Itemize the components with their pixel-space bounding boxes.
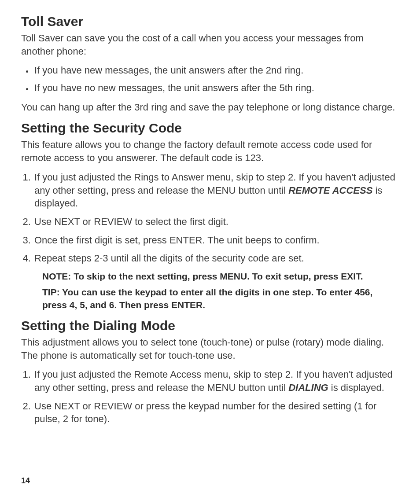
toll-saver-bullets: If you have new messages, the unit answe… bbox=[21, 64, 399, 94]
toll-saver-closing: You can hang up after the 3rd ring and s… bbox=[21, 101, 399, 114]
toll-saver-bullet-1: If you have new messages, the unit answe… bbox=[33, 64, 399, 77]
section-security-code: Setting the Security Code This feature a… bbox=[21, 121, 399, 311]
dialing-step1-post: is displayed. bbox=[328, 382, 384, 393]
dialing-mode-steps: If you just adjusted the Remote Access m… bbox=[21, 368, 399, 426]
heading-security-code: Setting the Security Code bbox=[21, 121, 399, 136]
security-code-step-2: Use NEXT or REVIEW to select the first d… bbox=[33, 215, 399, 228]
document-page: Toll Saver Toll Saver can save you the c… bbox=[0, 0, 420, 504]
security-code-intro: This feature allows you to change the fa… bbox=[21, 138, 399, 164]
dialing-step1-bold: DIALING bbox=[288, 382, 328, 393]
security-code-steps: If you just adjusted the Rings to Answer… bbox=[21, 171, 399, 265]
dialing-mode-step-1: If you just adjusted the Remote Access m… bbox=[33, 368, 399, 394]
dialing-mode-step-2: Use NEXT or REVIEW or press the keypad n… bbox=[33, 400, 399, 426]
section-toll-saver: Toll Saver Toll Saver can save you the c… bbox=[21, 14, 399, 114]
security-code-step-1: If you just adjusted the Rings to Answer… bbox=[33, 171, 399, 210]
section-dialing-mode: Setting the Dialing Mode This adjustment… bbox=[21, 318, 399, 426]
page-number: 14 bbox=[21, 476, 30, 486]
dialing-mode-intro: This adjustment allows you to select ton… bbox=[21, 336, 399, 362]
security-step1-bold: REMOTE ACCESS bbox=[288, 185, 372, 196]
security-code-callout: NOTE: To skip to the next setting, press… bbox=[42, 270, 390, 311]
toll-saver-bullet-2: If you have no new messages, the unit an… bbox=[33, 81, 399, 95]
toll-saver-intro: Toll Saver can save you the cost of a ca… bbox=[21, 32, 399, 58]
security-code-step-3: Once the first digit is set, press ENTER… bbox=[33, 234, 399, 247]
security-code-note: NOTE: To skip to the next setting, press… bbox=[42, 270, 390, 283]
security-code-tip: TIP: You can use the keypad to enter all… bbox=[42, 286, 390, 311]
security-code-step-4: Repeat steps 2-3 until all the digits of… bbox=[33, 252, 399, 265]
heading-dialing-mode: Setting the Dialing Mode bbox=[21, 318, 399, 333]
heading-toll-saver: Toll Saver bbox=[21, 14, 399, 29]
